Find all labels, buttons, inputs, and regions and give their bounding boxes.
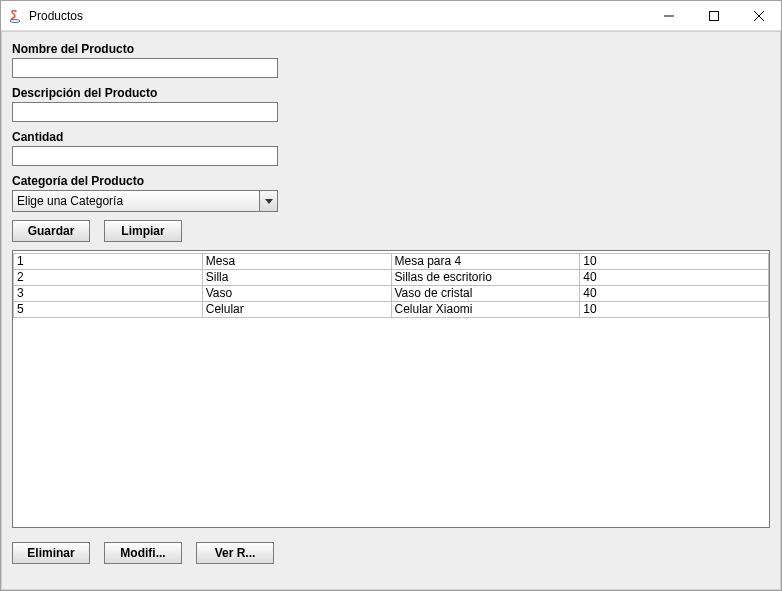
svg-marker-5 [265, 199, 273, 204]
top-button-row: Guardar Limpiar [12, 220, 770, 242]
minimize-button[interactable] [646, 1, 691, 30]
chevron-down-icon [259, 191, 277, 211]
table-cell: 3 [14, 286, 203, 302]
table-cell: Vaso [202, 286, 391, 302]
name-input[interactable] [12, 58, 278, 78]
close-button[interactable] [736, 1, 781, 30]
table-cell: 1 [14, 254, 203, 270]
description-field-group: Descripción del Producto [12, 86, 770, 122]
app-window: Productos Nombre del Producto Descripció… [0, 0, 782, 591]
svg-rect-2 [709, 11, 718, 20]
quantity-field-group: Cantidad [12, 130, 770, 166]
delete-button[interactable]: Eliminar [12, 542, 90, 564]
table-cell: Mesa [202, 254, 391, 270]
titlebar: Productos [1, 1, 781, 31]
table-cell: 40 [580, 270, 769, 286]
table-cell: Sillas de escritorio [391, 270, 580, 286]
name-label: Nombre del Producto [12, 42, 770, 56]
table-cell: Vaso de cristal [391, 286, 580, 302]
view-button[interactable]: Ver R... [196, 542, 274, 564]
table-cell: 2 [14, 270, 203, 286]
description-input[interactable] [12, 102, 278, 122]
save-button[interactable]: Guardar [12, 220, 90, 242]
table-cell: 10 [580, 254, 769, 270]
table-row[interactable]: 2SillaSillas de escritorio40 [14, 270, 769, 286]
name-field-group: Nombre del Producto [12, 42, 770, 78]
svg-point-0 [10, 19, 20, 22]
products-table[interactable]: 1MesaMesa para 4102SillaSillas de escrit… [13, 253, 769, 318]
java-icon [7, 8, 23, 24]
table-container: 1MesaMesa para 4102SillaSillas de escrit… [12, 250, 770, 528]
table-cell: 40 [580, 286, 769, 302]
quantity-input[interactable] [12, 146, 278, 166]
category-field-group: Categoría del Producto Elige una Categor… [12, 174, 770, 212]
modify-button[interactable]: Modifi... [104, 542, 182, 564]
table-cell: 5 [14, 302, 203, 318]
table-cell: Silla [202, 270, 391, 286]
table-cell: Celular [202, 302, 391, 318]
clear-button[interactable]: Limpiar [104, 220, 182, 242]
category-label: Categoría del Producto [12, 174, 770, 188]
table-cell: Mesa para 4 [391, 254, 580, 270]
bottom-button-row: Eliminar Modifi... Ver R... [12, 542, 770, 564]
window-title: Productos [29, 9, 646, 23]
category-combobox[interactable]: Elige una Categoría [12, 190, 278, 212]
description-label: Descripción del Producto [12, 86, 770, 100]
table-cell: Celular Xiaomi [391, 302, 580, 318]
window-controls [646, 1, 781, 30]
quantity-label: Cantidad [12, 130, 770, 144]
maximize-button[interactable] [691, 1, 736, 30]
content-panel: Nombre del Producto Descripción del Prod… [1, 31, 781, 590]
table-row[interactable]: 5CelularCelular Xiaomi10 [14, 302, 769, 318]
table-cell: 10 [580, 302, 769, 318]
table-row[interactable]: 3VasoVaso de cristal40 [14, 286, 769, 302]
category-selected-text: Elige una Categoría [13, 191, 259, 211]
table-row[interactable]: 1MesaMesa para 410 [14, 254, 769, 270]
